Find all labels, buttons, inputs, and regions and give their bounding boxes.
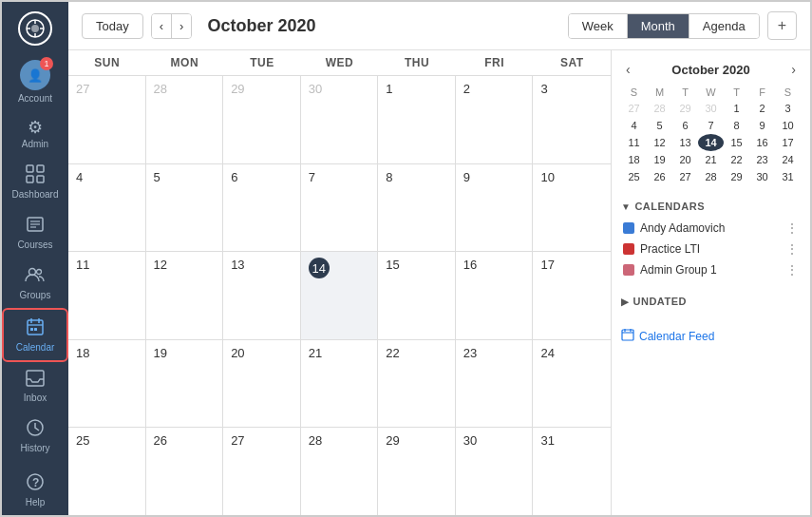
svg-rect-8 <box>27 176 33 182</box>
mini-day[interactable]: 24 <box>775 151 801 168</box>
mini-day[interactable]: 16 <box>749 134 775 151</box>
mini-next-button[interactable]: › <box>786 60 801 79</box>
mini-day[interactable]: 29 <box>672 100 698 117</box>
cal-day[interactable]: 21 <box>301 340 379 428</box>
calendars-section-label: CALENDARS <box>634 201 705 212</box>
sidebar-item-groups[interactable]: Groups <box>2 258 68 308</box>
today-button[interactable]: Today <box>82 13 143 39</box>
cal-day[interactable]: 26 <box>146 428 224 515</box>
sidebar-item-admin[interactable]: ⚙ Admin <box>2 111 68 157</box>
cal-day[interactable]: 20 <box>223 340 301 428</box>
cal-day[interactable]: 23 <box>456 340 534 428</box>
mini-day[interactable]: 19 <box>647 151 672 168</box>
calendar-item-admin-group[interactable]: Admin Group 1 ⋮ <box>621 259 801 280</box>
mini-day[interactable]: 22 <box>724 151 749 168</box>
cal-day[interactable]: 28 <box>301 428 379 515</box>
month-view-button[interactable]: Month <box>628 14 689 38</box>
mini-day[interactable]: 17 <box>775 134 801 151</box>
mini-day[interactable]: 5 <box>647 117 672 134</box>
mini-day[interactable]: 3 <box>775 100 801 117</box>
calendar-feed-link[interactable]: Calendar Feed <box>621 328 801 344</box>
calendar-item-practice[interactable]: Practice LTI ⋮ <box>621 239 801 259</box>
sidebar-item-account[interactable]: 👤 1 Account <box>2 54 68 111</box>
cal-day[interactable]: 19 <box>146 340 224 428</box>
mini-day[interactable]: 29 <box>724 168 749 185</box>
sidebar-item-inbox[interactable]: Inbox <box>2 362 68 411</box>
cal-day[interactable]: 27 <box>68 76 146 163</box>
mini-day[interactable]: 30 <box>749 168 775 185</box>
cal-day[interactable]: 16 <box>456 252 534 339</box>
cal-day[interactable]: 1 <box>378 76 456 163</box>
mini-day[interactable]: 7 <box>698 117 724 134</box>
mini-day[interactable]: 10 <box>775 117 801 134</box>
mini-day[interactable]: 21 <box>698 151 724 168</box>
sidebar-item-help[interactable]: ? Help <box>2 465 68 515</box>
cal-day[interactable]: 7 <box>301 164 379 252</box>
mini-day[interactable]: 31 <box>775 168 801 185</box>
mini-day[interactable]: 11 <box>621 134 647 151</box>
mini-day[interactable]: 1 <box>724 100 749 117</box>
cal-day[interactable]: 4 <box>68 164 146 252</box>
sidebar-item-calendar[interactable]: Calendar <box>2 308 68 362</box>
cal-day[interactable]: 2 <box>456 76 534 163</box>
cal-day[interactable]: 10 <box>533 164 611 252</box>
cal-day[interactable]: 25 <box>68 428 146 515</box>
calendar-options-practice[interactable]: ⋮ <box>785 241 799 257</box>
calendar-options-andy[interactable]: ⋮ <box>785 220 799 236</box>
mini-day-today[interactable]: 14 <box>698 134 724 151</box>
cal-day[interactable]: 12 <box>146 252 224 339</box>
cal-day[interactable]: 27 <box>223 428 301 515</box>
cal-day[interactable]: 30 <box>301 76 379 163</box>
cal-day[interactable]: 3 <box>533 76 611 163</box>
mini-day[interactable]: 28 <box>698 168 724 185</box>
cal-day-today[interactable]: 14 <box>301 252 379 339</box>
cal-day[interactable]: 24 <box>533 340 611 428</box>
cal-day[interactable]: 8 <box>378 164 456 252</box>
calendars-section-header[interactable]: ▼ CALENDARS <box>621 201 801 212</box>
add-event-button[interactable]: + <box>767 11 797 40</box>
mini-day[interactable]: 9 <box>749 117 775 134</box>
mini-day[interactable]: 27 <box>621 100 647 117</box>
mini-day[interactable]: 18 <box>621 151 647 168</box>
mini-prev-button[interactable]: ‹ <box>621 60 635 79</box>
cal-day[interactable]: 18 <box>68 340 146 428</box>
mini-day[interactable]: 27 <box>672 168 698 185</box>
calendar-options-admin-group[interactable]: ⋮ <box>785 262 799 278</box>
cal-day[interactable]: 29 <box>223 76 301 163</box>
mini-day[interactable]: 30 <box>698 100 724 117</box>
week-view-button[interactable]: Week <box>569 14 628 38</box>
next-button[interactable]: › <box>172 14 191 38</box>
sidebar-item-history[interactable]: History <box>2 411 68 461</box>
mini-day[interactable]: 23 <box>749 151 775 168</box>
calendar-item-andy[interactable]: Andy Adamovich ⋮ <box>621 218 801 239</box>
cal-day[interactable]: 9 <box>456 164 534 252</box>
mini-day[interactable]: 15 <box>724 134 749 151</box>
cal-day[interactable]: 11 <box>68 252 146 339</box>
undated-section: ▶ UNDATED <box>621 296 801 313</box>
cal-day[interactable]: 29 <box>378 428 456 515</box>
cal-day[interactable]: 6 <box>223 164 301 252</box>
cal-day[interactable]: 13 <box>223 252 301 339</box>
mini-day[interactable]: 13 <box>672 134 698 151</box>
agenda-view-button[interactable]: Agenda <box>689 14 759 38</box>
mini-day[interactable]: 20 <box>672 151 698 168</box>
mini-day[interactable]: 12 <box>647 134 672 151</box>
sidebar-item-courses[interactable]: Courses <box>2 207 68 258</box>
mini-day[interactable]: 26 <box>647 168 672 185</box>
mini-day[interactable]: 2 <box>749 100 775 117</box>
cal-day[interactable]: 17 <box>533 252 611 339</box>
undated-section-header[interactable]: ▶ UNDATED <box>621 296 801 307</box>
mini-day[interactable]: 28 <box>647 100 672 117</box>
cal-day[interactable]: 15 <box>378 252 456 339</box>
cal-day[interactable]: 22 <box>378 340 456 428</box>
prev-button[interactable]: ‹ <box>152 14 172 38</box>
cal-day[interactable]: 5 <box>146 164 224 252</box>
mini-day[interactable]: 4 <box>621 117 647 134</box>
mini-day[interactable]: 8 <box>724 117 749 134</box>
sidebar-item-dashboard[interactable]: Dashboard <box>2 157 68 207</box>
mini-day[interactable]: 25 <box>621 168 647 185</box>
cal-day[interactable]: 28 <box>146 76 224 163</box>
mini-day[interactable]: 6 <box>672 117 698 134</box>
cal-day[interactable]: 31 <box>533 428 611 515</box>
cal-day[interactable]: 30 <box>456 428 534 515</box>
